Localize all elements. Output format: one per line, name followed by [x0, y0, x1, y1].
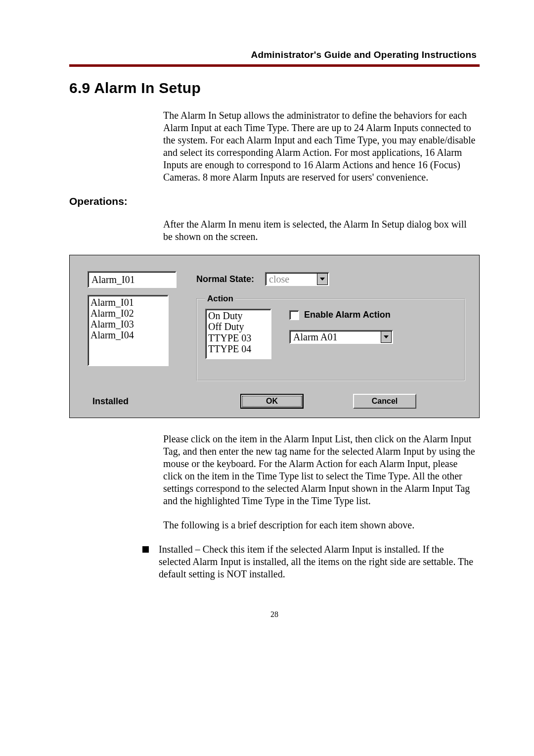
header-rule — [69, 64, 480, 67]
time-type-listbox[interactable]: On Duty Off Duty TTYPE 03 TTYPE 04 — [205, 309, 271, 359]
list-item[interactable]: Alarm_I02 — [89, 308, 167, 319]
normal-state-label: Normal State: — [196, 274, 254, 284]
alarm-tag-value: Alarm_I01 — [91, 274, 135, 285]
alarm-tag-input[interactable]: Alarm_I01 — [88, 271, 177, 288]
action-legend: Action — [205, 294, 235, 304]
checkbox-icon — [289, 310, 299, 320]
ok-button[interactable]: OK — [240, 394, 304, 409]
normal-state-value: close — [269, 274, 289, 285]
normal-state-select[interactable]: close — [265, 272, 329, 286]
action-group: Action On Duty Off Duty TTYPE 03 TTYPE 0… — [196, 294, 465, 381]
alarm-action-select[interactable]: Alarm A01 — [289, 330, 393, 344]
list-item[interactable]: Alarm_I04 — [89, 330, 167, 340]
post-dialog-paragraph: Please click on the item in the Alarm In… — [163, 433, 477, 507]
list-item[interactable]: Alarm_I03 — [89, 319, 167, 330]
cancel-button[interactable]: Cancel — [353, 394, 416, 409]
alarm-action-value: Alarm A01 — [293, 331, 337, 343]
list-item[interactable]: TTYPE 03 — [207, 332, 269, 343]
chevron-down-icon — [381, 331, 392, 343]
installed-checkbox[interactable]: Installed — [88, 396, 186, 407]
alarm-input-listbox[interactable]: Alarm_I01 Alarm_I02 Alarm_I03 Alarm_I04 — [88, 295, 169, 366]
doc-header: Administrator's Guide and Operating Inst… — [69, 49, 477, 60]
list-item[interactable]: Alarm_I01 — [89, 297, 167, 308]
intro-paragraph: The Alarm In Setup allows the administra… — [163, 109, 477, 184]
installed-label: Installed — [92, 396, 129, 407]
list-item[interactable]: TTYPE 04 — [207, 343, 269, 354]
alarm-in-setup-dialog: Alarm_I01 Alarm_I01 Alarm_I02 Alarm_I03 … — [69, 255, 480, 418]
page-number: 28 — [69, 610, 480, 619]
section-title: 6.9 Alarm In Setup — [69, 80, 480, 96]
bullet-installed: Installed – Check this item if the selec… — [142, 543, 477, 580]
operations-heading: Operations: — [69, 195, 480, 207]
chevron-down-icon — [317, 273, 328, 285]
list-item[interactable]: On Duty — [207, 310, 269, 321]
bullet-square-icon — [142, 546, 149, 553]
following-paragraph: The following is a brief description for… — [163, 519, 477, 531]
list-item[interactable]: Off Duty — [207, 321, 269, 332]
bullet-installed-text: Installed – Check this item if the selec… — [159, 543, 477, 580]
enable-alarm-action-checkbox[interactable]: Enable Alarm Action — [289, 310, 453, 320]
enable-alarm-action-label: Enable Alarm Action — [304, 310, 391, 320]
after-menu-paragraph: After the Alarm In menu item is selected… — [163, 218, 477, 243]
